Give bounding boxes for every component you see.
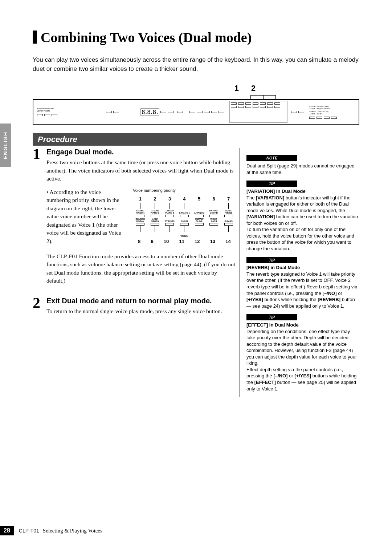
voice-num-top: 3 bbox=[168, 196, 171, 202]
voice-cell: STRINGS bbox=[163, 218, 176, 226]
panel-illustration: MIN ▬▬▬▬▬▬▬ MAX MASTER VOLUME 8.8.8. bbox=[33, 99, 359, 125]
voice-num-bot: 12 bbox=[195, 239, 200, 244]
intro-paragraph: You can play two voices simultaneously a… bbox=[33, 56, 359, 73]
page-title-row: Combining Two Voices (Dual mode) bbox=[33, 29, 359, 45]
step-bullet-1: According to the voice numbering priorit… bbox=[46, 188, 126, 245]
voice-num-bot: 13 bbox=[210, 239, 215, 244]
footer-section: Selecting & Playing Voices bbox=[43, 528, 102, 534]
voice-num-bot: 11 bbox=[179, 239, 184, 244]
panel-diagram: 1 2 MIN ▬▬▬▬▬▬▬ MAX MASTER VOLUME 8.8.8. bbox=[33, 84, 359, 125]
voice-num-bot: 10 bbox=[164, 239, 169, 244]
voice-cell: GRAND PIANO 3 bbox=[163, 209, 176, 217]
voice-num-bot: 14 bbox=[225, 239, 230, 244]
footer-model: CLP-F01 bbox=[19, 528, 39, 534]
step-title-2: Exit Dual mode and return to normal play… bbox=[46, 297, 236, 305]
sidebar-block: [VARIATION] in Dual ModeThe [VARIATION] … bbox=[246, 188, 359, 252]
voice-cell: GRAND PIANO 1 bbox=[134, 209, 146, 217]
title-marker-icon bbox=[33, 31, 37, 44]
page-footer: 28 CLP-F01 Selecting & Playing Voices bbox=[0, 526, 102, 535]
voice-cell: CHURCH ORGAN bbox=[134, 218, 146, 226]
seven-segment-display: 8.8.8. bbox=[140, 108, 159, 116]
voice-num-bot: 8 bbox=[138, 239, 140, 244]
voice-num-top: 4 bbox=[183, 196, 185, 202]
sidebar-block: [EFFECT] in Dual ModeDepending on the co… bbox=[246, 322, 359, 392]
voice-num-top: 2 bbox=[154, 196, 156, 202]
voice-cell: HARPSI-CHORD bbox=[208, 209, 220, 217]
step-title-1: Engage Dual mode. bbox=[46, 148, 236, 156]
step-text-1: Press two voice buttons at the same time… bbox=[46, 158, 236, 183]
sidebar-column: NOTEDual and Split (page 29) modes canno… bbox=[246, 148, 359, 397]
main-column: 1 Engage Dual mode. Press two voice butt… bbox=[33, 148, 240, 397]
voice-num-top: 1 bbox=[139, 196, 142, 202]
voice-cell: E.BASS bbox=[222, 218, 235, 226]
voice-num-top: 7 bbox=[227, 196, 230, 202]
sidebar-label: NOTE bbox=[246, 155, 297, 161]
voice-cell: GUITAR/ CLAVI. bbox=[193, 218, 205, 226]
voice-cell: E.PIANO 2 bbox=[193, 209, 205, 217]
callout-2: 2 bbox=[251, 84, 256, 93]
voice-num-top: 6 bbox=[212, 196, 215, 202]
voice-diagram-title: Voice numbering priority bbox=[133, 188, 236, 193]
procedure-heading: Procedure bbox=[33, 133, 207, 146]
voice-cell: GRAND PIANO 2 bbox=[149, 209, 161, 217]
voice-num-bot: 9 bbox=[151, 239, 153, 244]
sidebar-label: TIP bbox=[246, 257, 297, 263]
voice-cell: CHOIR bbox=[178, 218, 191, 226]
page-number: 28 bbox=[0, 526, 14, 535]
column-divider bbox=[240, 148, 240, 397]
voice-cell: WOOD BASS bbox=[208, 218, 220, 226]
voice-numbering-diagram: Voice numbering priority 1234567 GRAND P… bbox=[133, 188, 236, 245]
sidebar-block: [REVERB] in Dual ModeThe reverb type ass… bbox=[246, 264, 359, 309]
step-text-2: To return to the normal single-voice pla… bbox=[46, 307, 236, 315]
callout-1: 1 bbox=[234, 84, 239, 93]
voice-diagram-voice-label: VOICE bbox=[133, 235, 236, 237]
step-number-1: 1 bbox=[33, 146, 46, 290]
sidebar-label: TIP bbox=[246, 314, 297, 320]
voice-cell: VIBRA-PHONE bbox=[222, 209, 235, 217]
sidebar-label: TIP bbox=[246, 181, 297, 187]
voice-cell: E.PIANO 1 bbox=[178, 209, 191, 217]
voice-num-top: 5 bbox=[198, 196, 200, 202]
page-title: Combining Two Voices (Dual mode) bbox=[41, 29, 252, 45]
step-after-1: The CLP-F01 Function mode provides acces… bbox=[46, 252, 236, 285]
voice-cell: JAZZ ORGAN bbox=[149, 218, 161, 226]
sidebar-block: Dual and Split (page 29) modes cannot be… bbox=[246, 163, 359, 175]
step-number-2: 2 bbox=[33, 295, 46, 320]
